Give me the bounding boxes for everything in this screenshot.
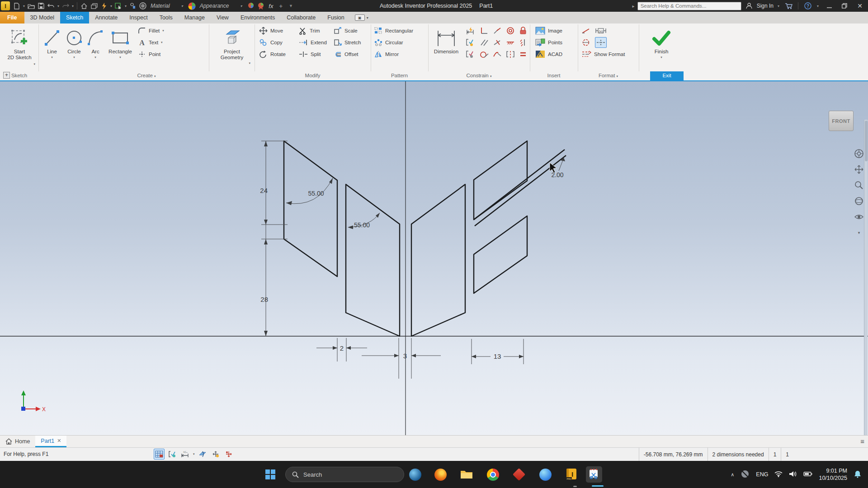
fillet-caret-icon[interactable]: ▾ (162, 29, 164, 33)
taskbar-search[interactable]: Search (285, 467, 404, 482)
project-geometry-caret-icon[interactable]: ▾ (249, 61, 250, 65)
taskbar-chrome-icon[interactable] (485, 466, 501, 483)
undo-caret-icon[interactable]: ▾ (56, 4, 61, 8)
point-button[interactable]: Point (138, 49, 160, 60)
dim-gap-3[interactable]: 3 (403, 352, 407, 360)
inventor-app-icon[interactable]: I (1, 1, 10, 10)
project-geometry-button[interactable]: ProjectGeometry ▾ (212, 24, 252, 70)
panel-label-insert[interactable]: Insert (530, 71, 578, 80)
taskbar-browser-globe-icon[interactable] (407, 466, 423, 483)
panel-label-exit[interactable]: Exit (650, 71, 684, 80)
orbit-icon[interactable] (854, 196, 864, 206)
text-button[interactable]: A Text▾ (138, 37, 163, 48)
navigation-wheel-icon[interactable] (854, 148, 864, 159)
copy-button[interactable]: Copy (259, 37, 283, 48)
left-outer-parallelogram[interactable] (284, 141, 337, 277)
taskbar-red-app-icon[interactable] (511, 466, 527, 483)
show-constraints-icon[interactable] (466, 38, 476, 47)
tab-collaborate[interactable]: Collaborate (281, 12, 321, 23)
tray-chevron-icon[interactable]: ∧ (731, 472, 734, 478)
trim-button[interactable]: Trim (299, 25, 320, 36)
driven-dimension-icon[interactable]: (x) (595, 27, 607, 34)
arc-caret-icon[interactable]: ▾ (94, 56, 96, 59)
notification-bell-icon[interactable] (854, 470, 862, 479)
split-button[interactable]: Split (299, 49, 321, 60)
dim-angle-mid-55[interactable]: 55.00 (354, 221, 370, 229)
redo-caret-icon[interactable]: ▾ (71, 4, 75, 8)
dim-angle-left-55[interactable]: 55.00 (308, 190, 324, 197)
tab-sketch[interactable]: Sketch (60, 12, 89, 23)
taskbar-clock[interactable]: 9:01 PM 10/10/2025 (819, 467, 847, 482)
scrollbar-thumb[interactable] (865, 121, 868, 161)
auto-dimension-icon[interactable] (466, 27, 476, 35)
user-icon[interactable] (744, 1, 754, 10)
tab-3d-model[interactable]: 3D Model (24, 12, 61, 23)
collinear-constraint-icon[interactable] (506, 38, 515, 47)
tab-part1[interactable]: Part1 ✕ (35, 436, 66, 447)
ribbon-appearance-icon[interactable]: ▣ (355, 14, 365, 21)
dim-height-24[interactable]: 24 (260, 187, 268, 194)
select-tool-icon[interactable] (113, 1, 123, 10)
rest[interactable] (838, 0, 851, 11)
tab-home[interactable]: Home (0, 436, 35, 447)
tab-environments[interactable]: Environments (235, 12, 281, 23)
help-icon[interactable]: ? (803, 1, 813, 10)
graphics-canvas[interactable]: 24 28 55.00 55.00 2.00 2 3 13 X FRONT (0, 81, 868, 435)
pan-icon[interactable] (854, 164, 864, 175)
qat-add-icon[interactable]: + (276, 1, 286, 10)
vertical-constraint-icon[interactable] (519, 38, 527, 47)
tab-close-icon[interactable]: ✕ (57, 438, 61, 444)
tangent-constraint-icon[interactable] (493, 27, 502, 35)
panel-label-modify[interactable]: Modify (255, 71, 371, 80)
right-lower-parallelogram[interactable] (474, 216, 527, 293)
panel-label-pattern[interactable]: Pattern (371, 71, 428, 80)
dimension-button[interactable]: Dimension (430, 24, 462, 70)
minimize-button[interactable] (823, 0, 835, 11)
viewcube[interactable]: FRONT (829, 111, 854, 131)
tangent-circle-constraint-icon[interactable] (480, 50, 489, 58)
panel-label-constrain[interactable]: Constrain ▾ (428, 71, 530, 80)
dim-gap-2[interactable]: 2 (340, 344, 344, 352)
zoom-icon[interactable] (854, 180, 864, 191)
open-icon[interactable] (26, 1, 36, 10)
slice-graphics-icon[interactable] (197, 449, 208, 460)
sign-in-button[interactable]: Sign In (757, 3, 774, 9)
stretch-button[interactable]: Stretch (334, 37, 361, 48)
centerpoint-format-icon[interactable] (581, 38, 590, 47)
insert-points-button[interactable]: Points (535, 37, 562, 48)
arc-button[interactable]: Arc ▾ (85, 24, 105, 70)
snap-grid-toggle-icon[interactable] (154, 449, 165, 460)
rectangular-pattern-button[interactable]: Rectangular (374, 25, 413, 36)
circle-caret-icon[interactable]: ▾ (73, 56, 75, 59)
save-icon[interactable] (36, 1, 46, 10)
start-button[interactable] (262, 466, 278, 483)
show-format-button[interactable]: Show Format (581, 49, 625, 60)
panel-label-format[interactable]: Format ▾ (578, 71, 639, 80)
volume-icon[interactable] (789, 471, 797, 479)
material-ball-icon[interactable] (138, 1, 148, 10)
insert-acad-button[interactable]: ACAD (535, 49, 562, 60)
tab-manage[interactable]: Manage (179, 12, 211, 23)
tab-tools[interactable]: Tools (154, 12, 179, 23)
centerline-format-button[interactable] (595, 37, 607, 48)
wifi-icon[interactable] (774, 471, 783, 479)
circular-pattern-button[interactable]: Circular (374, 37, 403, 48)
insert-image-button[interactable]: Image (535, 25, 562, 36)
search-pin-icon[interactable]: ▸ (632, 4, 635, 9)
browser-expand-button[interactable]: + (3, 72, 10, 79)
do-not-disturb-icon[interactable] (741, 469, 750, 480)
rotate-button[interactable]: Rotate (259, 49, 286, 60)
dim-strip-2-00[interactable]: 2.00 (551, 171, 563, 178)
fx-parameters-icon[interactable]: fx (266, 1, 276, 10)
dof-icon[interactable] (210, 449, 221, 460)
right-upper-parallelogram[interactable] (474, 141, 527, 220)
smooth-constraint-icon[interactable] (493, 50, 502, 58)
move-button[interactable]: Move (259, 25, 283, 36)
circle-button[interactable]: Circle ▾ (63, 24, 85, 70)
adjust-appearance-icon[interactable] (246, 1, 256, 10)
fix-constraint-icon[interactable] (519, 27, 527, 35)
dim-width-13[interactable]: 13 (494, 352, 501, 360)
canvas-scrollbar[interactable] (864, 120, 868, 435)
right-inner-shape[interactable] (411, 184, 465, 336)
dim-height-28[interactable]: 28 (260, 296, 268, 303)
